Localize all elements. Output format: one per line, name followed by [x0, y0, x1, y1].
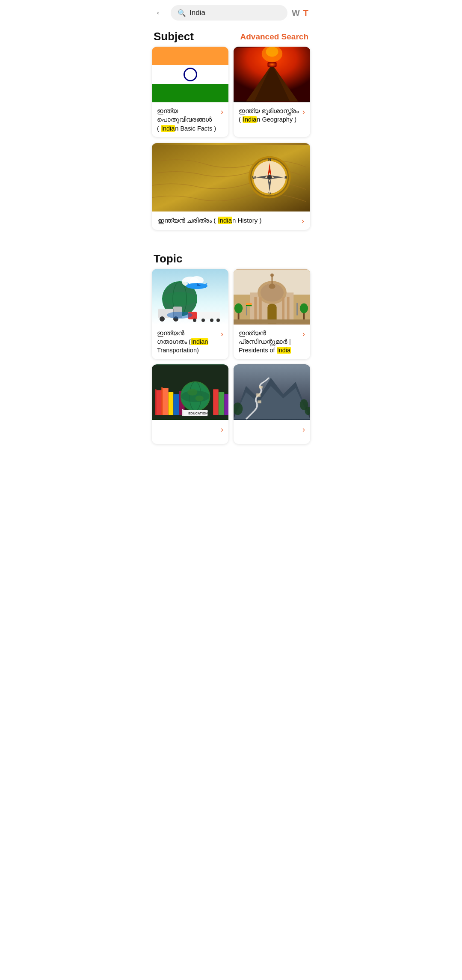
card-indian-history[interactable]: N S W E ഇന്ത്യൻ ചരിത്രം ( Indian History… — [152, 143, 310, 230]
search-icon: 🔍 — [178, 9, 186, 17]
books-image: EDUCATION — [152, 364, 228, 420]
svg-point-21 — [163, 292, 197, 306]
svg-rect-72 — [173, 394, 179, 415]
svg-rect-69 — [162, 388, 169, 415]
svg-rect-84 — [219, 392, 225, 415]
chevron-right-icon: › — [302, 217, 304, 226]
svg-point-2 — [266, 47, 278, 57]
volcano-svg — [234, 47, 310, 102]
highlight-india: India — [161, 125, 175, 132]
chevron-right-icon: › — [302, 425, 305, 434]
card-label: ഇന്ത്യൻപ്രസിഡന്റുമാർ |Presidents of Indi… — [239, 329, 302, 355]
svg-rect-70 — [161, 387, 163, 415]
chevron-right-icon: › — [221, 330, 223, 339]
svg-rect-91 — [258, 400, 261, 403]
search-bar[interactable]: 🔍 — [171, 5, 287, 21]
topic-section-header: Topic — [148, 248, 314, 269]
svg-point-65 — [300, 303, 308, 313]
header: ← 🔍 W T — [148, 0, 314, 26]
svg-point-63 — [234, 303, 243, 313]
topic-cards-grid: ഇന്ത്യൻഗതാഗതം (IndianTransportation) › — [148, 269, 314, 444]
chevron-right-icon: › — [302, 330, 305, 339]
svg-point-79 — [195, 396, 204, 402]
card-education[interactable]: EDUCATION › — [152, 364, 228, 444]
svg-rect-57 — [296, 303, 298, 315]
svg-point-32 — [160, 316, 165, 322]
card-footer: › — [152, 420, 228, 444]
svg-point-37 — [193, 319, 196, 322]
svg-point-39 — [210, 319, 213, 322]
volcano-image — [234, 47, 310, 102]
t-icon[interactable]: T — [303, 8, 308, 18]
mountain-image — [234, 364, 310, 420]
svg-point-41 — [167, 312, 192, 319]
svg-text:E: E — [284, 175, 287, 180]
transport-image — [152, 269, 228, 325]
svg-rect-5 — [267, 62, 276, 67]
card-presidents-of-india[interactable]: ഇന്ത്യൻപ്രസിഡന്റുമാർ |Presidents of Indi… — [234, 269, 310, 359]
card-full-label: ഇന്ത്യൻ ചരിത്രം ( Indian History ) — [158, 217, 261, 224]
svg-text:N: N — [268, 157, 271, 162]
mountain-svg — [234, 364, 310, 420]
card-indian-basic-facts[interactable]: ഇന്ത്യപൊതുവിവരങ്ങൾ( Indian Basic Facts )… — [152, 47, 228, 137]
svg-point-40 — [216, 319, 220, 322]
svg-rect-61 — [234, 319, 310, 324]
card-footer: ഇന്ത്യൻഗതാഗതം (IndianTransportation) › — [152, 325, 228, 359]
svg-rect-60 — [246, 305, 252, 306]
svg-point-78 — [187, 389, 197, 395]
back-button[interactable]: ← — [154, 6, 166, 20]
presidents-svg — [234, 269, 310, 325]
card-label: ഇന്ത്യപൊതുവിവരങ്ങൾ( Indian Basic Facts ) — [157, 107, 221, 133]
svg-text:S: S — [268, 191, 271, 195]
subject-cards-grid: ഇന്ത്യപൊതുവിവരങ്ങൾ( Indian Basic Facts )… — [148, 47, 314, 137]
header-icons: W T — [292, 8, 308, 18]
card-indian-transportation[interactable]: ഇന്ത്യൻഗതാഗതം (IndianTransportation) › — [152, 269, 228, 359]
subject-section-header: Subject Advanced Search — [148, 26, 314, 47]
w-icon[interactable]: W — [292, 8, 300, 18]
transport-svg — [156, 271, 225, 322]
highlight-india: India — [243, 116, 257, 123]
card-footer: ഇന്ത്യ ഭൂമിശാസ്ത്രം( Indian Geography ) … — [234, 102, 310, 128]
compass-svg: N S W E — [152, 143, 310, 211]
svg-rect-71 — [169, 392, 174, 415]
search-input[interactable] — [190, 9, 281, 17]
card-footer: › — [234, 420, 310, 444]
highlight-india: India — [218, 217, 233, 224]
presidents-image — [234, 269, 310, 325]
svg-text:EDUCATION: EDUCATION — [188, 411, 208, 415]
svg-point-49 — [270, 274, 274, 277]
topic-section: Topic — [148, 248, 314, 448]
india-flag-image — [152, 47, 228, 102]
svg-rect-90 — [259, 386, 263, 388]
card-footer: ഇന്ത്യപൊതുവിവരങ്ങൾ( Indian Basic Facts )… — [152, 102, 228, 137]
compass-map-image: N S W E — [152, 143, 310, 211]
card-mountains[interactable]: › — [234, 364, 310, 444]
card-indian-geography[interactable]: ഇന്ത്യ ഭൂമിശാസ്ത്രം( Indian Geography ) … — [234, 47, 310, 137]
svg-point-38 — [201, 319, 205, 322]
svg-rect-83 — [213, 389, 219, 415]
topic-title: Topic — [154, 252, 182, 265]
svg-rect-67 — [156, 390, 163, 415]
card-label: ഇന്ത്യൻഗതാഗതം (IndianTransportation) — [157, 329, 221, 355]
svg-rect-68 — [155, 389, 157, 415]
highlight-india: India — [277, 347, 291, 354]
card-footer: ഇന്ത്യൻപ്രസിഡന്റുമാർ |Presidents of Indi… — [234, 325, 310, 359]
books-svg: EDUCATION — [152, 364, 228, 420]
chevron-right-icon: › — [302, 107, 305, 116]
svg-rect-89 — [256, 393, 261, 397]
card-label: ഇന്ത്യ ഭൂമിശാസ്ത്രം( Indian Geography ) — [239, 107, 302, 124]
svg-point-47 — [269, 284, 275, 289]
card-full-footer: ഇന്ത്യൻ ചരിത്രം ( Indian History ) › — [152, 211, 310, 230]
svg-point-55 — [267, 304, 276, 310]
subject-title: Subject — [154, 30, 194, 43]
svg-rect-85 — [224, 394, 228, 415]
svg-rect-81 — [182, 409, 184, 415]
svg-text:W: W — [252, 175, 256, 180]
highlight-indian: Indian — [191, 338, 209, 345]
chevron-right-icon: › — [221, 425, 223, 434]
advanced-search-link[interactable]: Advanced Search — [240, 32, 308, 42]
chevron-right-icon: › — [221, 107, 223, 116]
